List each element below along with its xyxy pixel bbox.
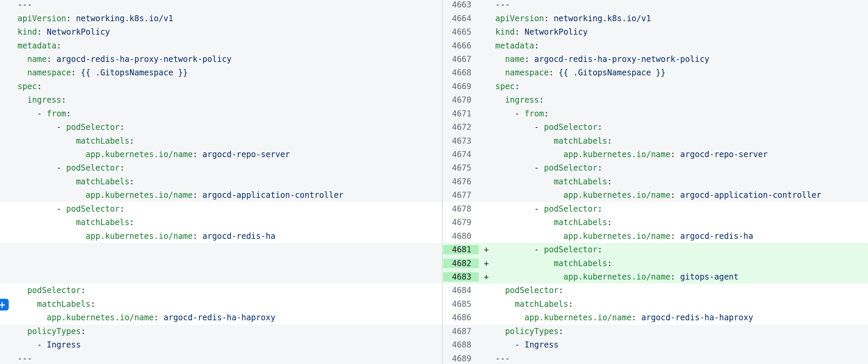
diff-row-left	[0, 270, 442, 284]
code-segment: :	[607, 259, 612, 268]
line-number[interactable]: 4672	[443, 123, 479, 132]
line-number[interactable]: 4666	[443, 41, 479, 51]
code-line: - Ingress	[495, 340, 868, 350]
line-number[interactable]: 4682	[443, 259, 479, 268]
diff-row-right: 4676 matchLabels:	[443, 175, 868, 188]
code-line: - podSelector:	[495, 245, 868, 254]
code-segment: name	[505, 55, 525, 64]
code-segment	[495, 218, 554, 227]
code-segment: app.kubernetes.io/name	[563, 231, 670, 241]
code-segment: -	[495, 340, 525, 350]
diff-row-left: - from:	[0, 107, 442, 121]
add-comment-button[interactable]: +	[0, 299, 9, 310]
code-line: ---	[0, 0, 442, 9]
line-number[interactable]: 4676	[443, 177, 479, 186]
diff-row-left: app.kubernetes.io/name: argocd-redis-ha-…	[0, 311, 442, 324]
code-segment	[18, 327, 27, 336]
code-segment: :	[193, 231, 203, 241]
code-line: ---	[495, 0, 868, 9]
diff-row-right: 4686 app.kubernetes.io/name: argocd-redi…	[443, 311, 868, 324]
line-number[interactable]: 4671	[443, 109, 479, 119]
code-line: - podSelector:	[0, 123, 442, 132]
code-line: matchLabels:	[0, 218, 442, 227]
code-line: metadata:	[495, 41, 868, 51]
code-segment: matchLabels	[37, 299, 91, 309]
code-line: namespace: {{ .GitopsNamespace }}	[0, 68, 442, 77]
code-segment	[18, 218, 76, 227]
code-line: name: argocd-redis-ha-proxy-network-poli…	[495, 55, 868, 64]
line-number[interactable]: 4673	[443, 136, 479, 146]
line-number[interactable]: 4688	[443, 340, 479, 350]
line-number[interactable]: 4674	[443, 150, 479, 159]
code-segment	[18, 299, 37, 309]
line-number[interactable]: 4668	[443, 68, 479, 77]
line-number[interactable]: 4675	[443, 163, 479, 173]
code-segment	[495, 190, 563, 200]
line-number[interactable]: 4683	[443, 272, 479, 282]
code-segment: Ingress	[47, 340, 81, 350]
code-segment: app.kubernetes.io/name	[563, 150, 670, 159]
code-line: podSelector:	[0, 286, 442, 295]
code-segment: -	[495, 109, 525, 119]
code-segment: -	[495, 163, 544, 173]
code-segment: -	[18, 109, 47, 119]
diff-row-right: 4679 matchLabels:	[443, 216, 868, 229]
code-segment: podSelector	[505, 286, 559, 295]
code-segment: matchLabels	[515, 299, 568, 309]
diff-row-right: 4664apiVersion: networking.k8s.io/v1	[443, 11, 868, 25]
line-number[interactable]: 4665	[443, 27, 479, 37]
code-line: app.kubernetes.io/name: argocd-applicati…	[0, 190, 442, 200]
code-segment	[18, 177, 76, 186]
code-segment: ---	[18, 354, 32, 363]
diff-row-right: 4682+ matchLabels:	[443, 256, 868, 270]
line-number[interactable]: 4686	[443, 313, 479, 322]
code-line: namespace: {{ .GitopsNamespace }}	[495, 68, 868, 77]
code-segment	[495, 95, 505, 105]
diff-row-right: 4677 app.kubernetes.io/name: argocd-appl…	[443, 188, 868, 202]
line-number[interactable]: 4679	[443, 218, 479, 227]
line-number[interactable]: 4669	[443, 82, 479, 91]
line-number[interactable]: 4678	[443, 204, 479, 213]
line-number[interactable]: 4677	[443, 190, 479, 200]
diff-row-left: app.kubernetes.io/name: argocd-repo-serv…	[0, 148, 442, 161]
code-segment: Ingress	[525, 340, 559, 350]
code-segment: :	[37, 82, 42, 91]
code-segment: policyTypes	[27, 327, 81, 336]
code-segment	[495, 55, 505, 64]
line-number[interactable]: 4684	[443, 286, 479, 295]
code-segment: matchLabels	[554, 259, 607, 268]
code-line: matchLabels:	[0, 177, 442, 186]
line-number[interactable]: 4670	[443, 95, 479, 105]
diff-row-right: 4665kind: NetworkPolicy	[443, 25, 868, 39]
code-segment: :	[154, 313, 164, 322]
line-number[interactable]: 4685	[443, 299, 479, 309]
line-number[interactable]: 4681	[443, 245, 479, 254]
code-segment: :	[544, 109, 549, 119]
diff-row-right: 4673 matchLabels:	[443, 134, 868, 147]
line-number[interactable]: 4689	[443, 354, 479, 363]
code-segment: app.kubernetes.io/name	[86, 231, 193, 241]
line-number[interactable]: 4680	[443, 231, 479, 241]
line-number[interactable]: 4664	[443, 14, 479, 23]
code-segment: app.kubernetes.io/name	[563, 190, 670, 200]
line-number[interactable]: 4667	[443, 55, 479, 64]
code-line: policyTypes:	[0, 327, 442, 336]
code-segment: :	[81, 327, 86, 336]
diff-row-right: 4671 - from:	[443, 107, 868, 121]
code-line: app.kubernetes.io/name: gitops-agent	[495, 272, 868, 282]
diff-row-left: spec:	[0, 80, 442, 93]
code-line: name: argocd-redis-ha-proxy-network-poli…	[0, 55, 442, 64]
code-line: - podSelector:	[495, 163, 868, 173]
code-line: app.kubernetes.io/name: argocd-redis-ha-…	[495, 313, 868, 322]
code-segment: argocd-redis-ha-proxy-network-policy	[534, 55, 709, 64]
code-segment: :	[515, 27, 525, 37]
diff-split-view: ---apiVersion: networking.k8s.io/v1kind:…	[0, 0, 868, 364]
code-line: policyTypes:	[495, 327, 868, 336]
diff-row-right: 4667 name: argocd-redis-ha-proxy-network…	[443, 53, 868, 66]
code-segment: ---	[495, 0, 510, 9]
diff-row-left: policyTypes:	[0, 325, 442, 338]
line-number[interactable]: 4687	[443, 327, 479, 336]
line-number[interactable]: 4663	[443, 0, 479, 9]
code-segment	[18, 231, 86, 241]
diff-row-right: 4687 policyTypes:	[443, 325, 868, 338]
